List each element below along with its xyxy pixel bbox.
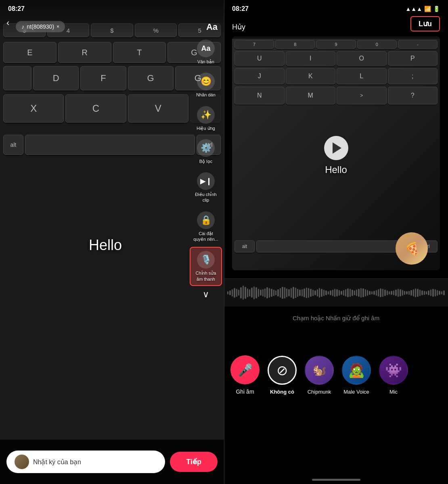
- panel-divider: [224, 0, 224, 484]
- waveform-bar: [352, 290, 353, 296]
- no-effect-icon: ⊘: [268, 356, 297, 385]
- waveform-bar: [408, 291, 410, 295]
- next-button[interactable]: Tiếp: [170, 452, 218, 472]
- waveform-bar: [384, 290, 385, 296]
- waveform-bar: [299, 290, 300, 296]
- nhan-dan-label: Nhãn dán: [196, 92, 216, 98]
- cancel-button[interactable]: Hủy: [232, 23, 245, 31]
- waveform-bar: [328, 291, 329, 294]
- waveform-bar: [391, 291, 392, 295]
- waveform-bar: [441, 291, 442, 294]
- record-button[interactable]: 🎤: [230, 355, 260, 384]
- waveform-bar: [443, 290, 444, 295]
- waveform-bar: [382, 289, 383, 297]
- waveform-bar: [273, 290, 274, 296]
- key-f: F: [80, 66, 126, 90]
- tool-cai-dat-quyen-rien[interactable]: 🔒 Cài đặt quyền riên...: [190, 208, 222, 246]
- waveform-bar: [406, 291, 407, 294]
- waveform-bar: [301, 289, 303, 296]
- male-voice-item[interactable]: 🧟 Male Voice: [342, 356, 371, 395]
- bo-loc-label: Bộ lọc: [199, 159, 212, 164]
- waveform-bar: [417, 289, 418, 297]
- status-bar-left: 08:27: [0, 0, 224, 18]
- waveform-bar: [310, 289, 311, 297]
- waveform-bar: [330, 290, 331, 295]
- khong-co-item[interactable]: ⊘ Không có: [268, 356, 297, 395]
- waveform-bar: [255, 287, 257, 298]
- waveform-bar: [266, 287, 268, 298]
- waveform-bar: [271, 289, 272, 297]
- sticker-overlay: 🍕: [396, 232, 428, 265]
- waveform-bar: [437, 290, 438, 296]
- waveform-bar: [341, 291, 342, 295]
- key-alt: alt: [3, 135, 23, 155]
- waveform-bar: [343, 290, 344, 296]
- waveform-bar: [439, 291, 440, 295]
- waveform-bar: [358, 289, 359, 297]
- mic-label: Mic: [389, 389, 398, 395]
- dieu-chinh-icon: ▶❙: [197, 172, 215, 190]
- waveform-bar: [354, 290, 355, 295]
- vk-0: 0: [357, 40, 397, 49]
- play-button[interactable]: [324, 136, 348, 160]
- van-ban-icon: Aa: [197, 40, 215, 57]
- record-hint: Chạm hoặc Nhấn giữ để ghi âm: [224, 315, 448, 322]
- waveform-bar: [402, 290, 403, 296]
- tool-nhan-dan[interactable]: 😊 Nhãn dán: [190, 69, 222, 101]
- vk-n: N: [234, 87, 285, 104]
- waveform-bar: [245, 287, 246, 299]
- waveform-bar: [312, 290, 314, 296]
- tool-hieu-ung[interactable]: ✨ Hiệu ứng: [190, 103, 222, 134]
- waveform-bar: [295, 288, 296, 298]
- cai-dat-label: Cài đặt quyền riên...: [192, 231, 220, 242]
- van-ban-label: Văn bản: [197, 59, 214, 65]
- tool-chinh-sua-am-thanh[interactable]: 🎙️ Chỉnh sửa âm thanh: [190, 247, 222, 286]
- waveform-bar: [360, 288, 362, 298]
- waveform-bar: [282, 287, 283, 299]
- key-c: C: [65, 94, 126, 123]
- waveform-bar: [336, 289, 337, 296]
- vk-dash: -: [398, 40, 438, 49]
- vk-p: P: [388, 51, 438, 66]
- nhan-dan-icon: 😊: [197, 73, 215, 90]
- waveform: [224, 279, 448, 307]
- waveform-bar: [229, 290, 230, 295]
- mic-item[interactable]: 👾 Mic: [379, 356, 408, 395]
- status-bar-right: 08:27 ▲▲▲ 📶 🔋: [224, 0, 448, 18]
- waveform-bar: [435, 289, 436, 296]
- chevron-down-icon[interactable]: ∨: [203, 289, 209, 300]
- dieu-chinh-label: Điều chỉnh clip: [192, 192, 220, 203]
- chipmunk-label: Chipmunk: [308, 389, 331, 395]
- tool-dieu-chinh-clip[interactable]: ▶❙ Điều chỉnh clip: [190, 169, 222, 207]
- hieu-ung-label: Hiệu ứng: [197, 125, 215, 131]
- text-tool-button[interactable]: Aa: [206, 22, 218, 32]
- waveform-bar: [421, 290, 423, 295]
- waveform-bar: [367, 290, 368, 296]
- waveform-bar: [426, 291, 427, 294]
- vk-7: 7: [234, 40, 274, 49]
- waveform-bar: [232, 289, 233, 296]
- video-preview: 7 8 9 0 - U I O P J K L ;: [232, 36, 440, 270]
- music-tag-close-icon[interactable]: ×: [57, 24, 59, 29]
- mic-edit-icon: 🎙️: [197, 251, 215, 269]
- khong-co-label: Không có: [270, 389, 294, 395]
- waveform-bar: [393, 290, 394, 295]
- chinh-sua-am-thanh-label: Chỉnh sửa âm thanh: [193, 270, 219, 282]
- male-voice-label: Male Voice: [343, 389, 369, 395]
- waveform-bar: [369, 291, 370, 295]
- key-v: V: [128, 94, 188, 123]
- save-button[interactable]: Lưu: [410, 16, 440, 31]
- key-s: [3, 66, 31, 90]
- waveform-bar: [380, 288, 381, 297]
- tool-bo-loc[interactable]: ⚙️ Bộ lọc: [190, 136, 222, 167]
- male-voice-icon: 🧟: [342, 356, 371, 385]
- journal-button[interactable]: Nhật ký của bạn: [6, 451, 165, 473]
- waveform-bar: [389, 291, 390, 294]
- vk-gt: >: [337, 87, 387, 104]
- tool-van-ban[interactable]: Aa Văn bản: [190, 36, 222, 68]
- chipmunk-item[interactable]: 🐿️ Chipmunk: [305, 356, 334, 395]
- waveform-bar: [428, 290, 429, 295]
- key-e: E: [3, 42, 57, 63]
- waveform-bar: [234, 288, 235, 298]
- music-tag[interactable]: ♪ nt(808930) ×: [16, 21, 65, 32]
